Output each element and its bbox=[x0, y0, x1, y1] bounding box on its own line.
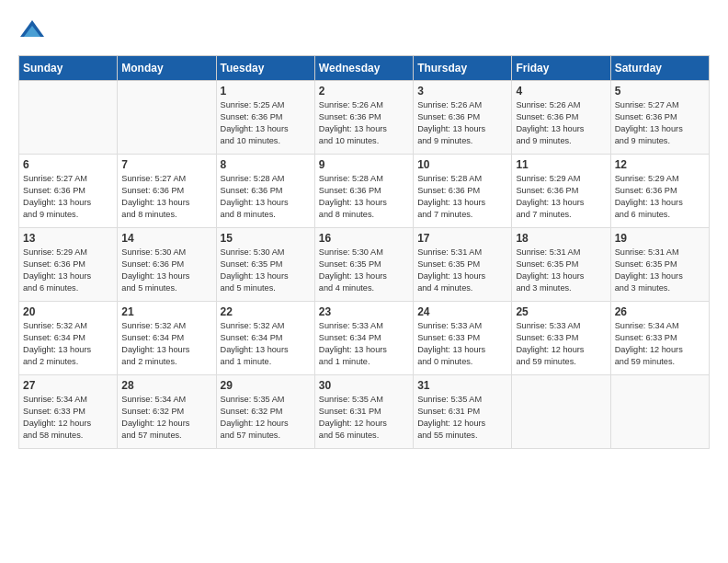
calendar-cell: 11Sunrise: 5:29 AM Sunset: 6:36 PM Dayli… bbox=[512, 155, 610, 228]
cell-content: Sunrise: 5:32 AM Sunset: 6:34 PM Dayligh… bbox=[221, 320, 311, 368]
calendar-body: 1Sunrise: 5:25 AM Sunset: 6:36 PM Daylig… bbox=[19, 81, 710, 449]
calendar-cell: 28Sunrise: 5:34 AM Sunset: 6:32 PM Dayli… bbox=[118, 375, 216, 449]
day-number: 6 bbox=[23, 158, 113, 171]
cell-content: Sunrise: 5:28 AM Sunset: 6:36 PM Dayligh… bbox=[319, 173, 409, 221]
cell-content: Sunrise: 5:29 AM Sunset: 6:36 PM Dayligh… bbox=[516, 173, 606, 221]
calendar-cell: 19Sunrise: 5:31 AM Sunset: 6:35 PM Dayli… bbox=[610, 228, 709, 302]
weekday-header-thursday: Thursday bbox=[414, 56, 512, 81]
calendar-cell: 3Sunrise: 5:26 AM Sunset: 6:36 PM Daylig… bbox=[414, 81, 512, 155]
cell-content: Sunrise: 5:26 AM Sunset: 6:36 PM Dayligh… bbox=[417, 99, 507, 147]
cell-content: Sunrise: 5:30 AM Sunset: 6:35 PM Dayligh… bbox=[319, 247, 409, 294]
day-number: 19 bbox=[615, 232, 705, 245]
cell-content: Sunrise: 5:34 AM Sunset: 6:33 PM Dayligh… bbox=[23, 394, 113, 442]
cell-content: Sunrise: 5:28 AM Sunset: 6:36 PM Dayligh… bbox=[417, 173, 507, 221]
day-number: 3 bbox=[417, 85, 507, 98]
calendar-cell: 12Sunrise: 5:29 AM Sunset: 6:36 PM Dayli… bbox=[610, 155, 709, 228]
calendar-cell: 23Sunrise: 5:33 AM Sunset: 6:34 PM Dayli… bbox=[314, 302, 413, 375]
cell-content: Sunrise: 5:34 AM Sunset: 6:33 PM Dayligh… bbox=[615, 320, 705, 368]
calendar-cell bbox=[19, 81, 118, 155]
calendar-cell: 5Sunrise: 5:27 AM Sunset: 6:36 PM Daylig… bbox=[610, 81, 709, 155]
cell-content: Sunrise: 5:27 AM Sunset: 6:36 PM Dayligh… bbox=[23, 173, 113, 221]
calendar-cell: 27Sunrise: 5:34 AM Sunset: 6:33 PM Dayli… bbox=[19, 375, 118, 449]
cell-content: Sunrise: 5:34 AM Sunset: 6:32 PM Dayligh… bbox=[121, 394, 211, 442]
cell-content: Sunrise: 5:33 AM Sunset: 6:33 PM Dayligh… bbox=[516, 320, 606, 368]
day-number: 18 bbox=[516, 232, 606, 245]
calendar-cell: 16Sunrise: 5:30 AM Sunset: 6:35 PM Dayli… bbox=[314, 228, 413, 302]
calendar-cell bbox=[118, 81, 216, 155]
cell-content: Sunrise: 5:32 AM Sunset: 6:34 PM Dayligh… bbox=[23, 320, 113, 368]
calendar-cell: 17Sunrise: 5:31 AM Sunset: 6:35 PM Dayli… bbox=[414, 228, 512, 302]
day-number: 25 bbox=[516, 305, 606, 318]
cell-content: Sunrise: 5:35 AM Sunset: 6:32 PM Dayligh… bbox=[221, 394, 311, 442]
cell-content: Sunrise: 5:29 AM Sunset: 6:36 PM Dayligh… bbox=[615, 173, 705, 221]
calendar-cell: 8Sunrise: 5:28 AM Sunset: 6:36 PM Daylig… bbox=[216, 155, 314, 228]
logo-icon bbox=[18, 18, 46, 46]
cell-content: Sunrise: 5:33 AM Sunset: 6:33 PM Dayligh… bbox=[417, 320, 507, 368]
cell-content: Sunrise: 5:30 AM Sunset: 6:36 PM Dayligh… bbox=[121, 247, 211, 294]
cell-content: Sunrise: 5:33 AM Sunset: 6:34 PM Dayligh… bbox=[319, 320, 409, 368]
calendar-cell: 1Sunrise: 5:25 AM Sunset: 6:36 PM Daylig… bbox=[216, 81, 314, 155]
cell-content: Sunrise: 5:31 AM Sunset: 6:35 PM Dayligh… bbox=[516, 247, 606, 294]
calendar-week-row: 20Sunrise: 5:32 AM Sunset: 6:34 PM Dayli… bbox=[19, 302, 710, 375]
day-number: 5 bbox=[615, 85, 705, 98]
calendar-week-row: 1Sunrise: 5:25 AM Sunset: 6:36 PM Daylig… bbox=[19, 81, 710, 155]
day-number: 8 bbox=[221, 158, 311, 171]
cell-content: Sunrise: 5:27 AM Sunset: 6:36 PM Dayligh… bbox=[615, 99, 705, 147]
day-number: 1 bbox=[221, 85, 311, 98]
logo bbox=[18, 18, 51, 46]
calendar-cell: 26Sunrise: 5:34 AM Sunset: 6:33 PM Dayli… bbox=[610, 302, 709, 375]
calendar-cell: 18Sunrise: 5:31 AM Sunset: 6:35 PM Dayli… bbox=[512, 228, 610, 302]
day-number: 13 bbox=[23, 232, 113, 245]
calendar-cell: 24Sunrise: 5:33 AM Sunset: 6:33 PM Dayli… bbox=[414, 302, 512, 375]
calendar-cell: 7Sunrise: 5:27 AM Sunset: 6:36 PM Daylig… bbox=[118, 155, 216, 228]
day-number: 24 bbox=[417, 305, 507, 318]
calendar-cell: 14Sunrise: 5:30 AM Sunset: 6:36 PM Dayli… bbox=[118, 228, 216, 302]
day-number: 9 bbox=[319, 158, 409, 171]
calendar-cell: 30Sunrise: 5:35 AM Sunset: 6:31 PM Dayli… bbox=[314, 375, 413, 449]
calendar-week-row: 27Sunrise: 5:34 AM Sunset: 6:33 PM Dayli… bbox=[19, 375, 710, 449]
day-number: 22 bbox=[221, 305, 311, 318]
cell-content: Sunrise: 5:28 AM Sunset: 6:36 PM Dayligh… bbox=[221, 173, 311, 221]
cell-content: Sunrise: 5:31 AM Sunset: 6:35 PM Dayligh… bbox=[417, 247, 507, 294]
day-number: 27 bbox=[23, 379, 113, 392]
cell-content: Sunrise: 5:31 AM Sunset: 6:35 PM Dayligh… bbox=[615, 247, 705, 294]
calendar-cell: 22Sunrise: 5:32 AM Sunset: 6:34 PM Dayli… bbox=[216, 302, 314, 375]
weekday-header-monday: Monday bbox=[118, 56, 216, 81]
day-number: 10 bbox=[417, 158, 507, 171]
day-number: 17 bbox=[417, 232, 507, 245]
day-number: 11 bbox=[516, 158, 606, 171]
calendar-cell: 6Sunrise: 5:27 AM Sunset: 6:36 PM Daylig… bbox=[19, 155, 118, 228]
cell-content: Sunrise: 5:35 AM Sunset: 6:31 PM Dayligh… bbox=[417, 394, 507, 442]
day-number: 28 bbox=[121, 379, 211, 392]
day-number: 12 bbox=[615, 158, 705, 171]
calendar-week-row: 6Sunrise: 5:27 AM Sunset: 6:36 PM Daylig… bbox=[19, 155, 710, 228]
cell-content: Sunrise: 5:25 AM Sunset: 6:36 PM Dayligh… bbox=[221, 99, 311, 147]
day-number: 2 bbox=[319, 85, 409, 98]
calendar-cell: 25Sunrise: 5:33 AM Sunset: 6:33 PM Dayli… bbox=[512, 302, 610, 375]
day-number: 16 bbox=[319, 232, 409, 245]
day-number: 26 bbox=[615, 305, 705, 318]
calendar-cell: 4Sunrise: 5:26 AM Sunset: 6:36 PM Daylig… bbox=[512, 81, 610, 155]
day-number: 7 bbox=[121, 158, 211, 171]
weekday-header-tuesday: Tuesday bbox=[216, 56, 314, 81]
calendar-header: SundayMondayTuesdayWednesdayThursdayFrid… bbox=[19, 56, 710, 81]
day-number: 31 bbox=[417, 379, 507, 392]
calendar-week-row: 13Sunrise: 5:29 AM Sunset: 6:36 PM Dayli… bbox=[19, 228, 710, 302]
calendar-cell: 15Sunrise: 5:30 AM Sunset: 6:35 PM Dayli… bbox=[216, 228, 314, 302]
calendar-cell: 29Sunrise: 5:35 AM Sunset: 6:32 PM Dayli… bbox=[216, 375, 314, 449]
calendar-cell: 20Sunrise: 5:32 AM Sunset: 6:34 PM Dayli… bbox=[19, 302, 118, 375]
weekday-header-friday: Friday bbox=[512, 56, 610, 81]
cell-content: Sunrise: 5:30 AM Sunset: 6:35 PM Dayligh… bbox=[221, 247, 311, 294]
calendar-cell: 31Sunrise: 5:35 AM Sunset: 6:31 PM Dayli… bbox=[414, 375, 512, 449]
day-number: 30 bbox=[319, 379, 409, 392]
calendar-cell bbox=[512, 375, 610, 449]
cell-content: Sunrise: 5:27 AM Sunset: 6:36 PM Dayligh… bbox=[121, 173, 211, 221]
day-number: 15 bbox=[221, 232, 311, 245]
cell-content: Sunrise: 5:26 AM Sunset: 6:36 PM Dayligh… bbox=[516, 99, 606, 147]
cell-content: Sunrise: 5:32 AM Sunset: 6:34 PM Dayligh… bbox=[121, 320, 211, 368]
page-header bbox=[18, 18, 710, 46]
calendar-cell bbox=[610, 375, 709, 449]
day-number: 14 bbox=[121, 232, 211, 245]
day-number: 4 bbox=[516, 85, 606, 98]
calendar-cell: 9Sunrise: 5:28 AM Sunset: 6:36 PM Daylig… bbox=[314, 155, 413, 228]
